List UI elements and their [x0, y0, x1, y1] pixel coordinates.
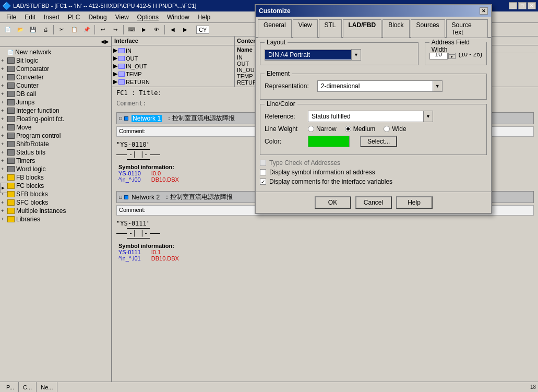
reference-select[interactable]: Status fulfilled ▼ [308, 111, 433, 122]
radio-medium[interactable]: Medium [345, 125, 376, 133]
interface-in-item[interactable]: ▶ IN [113, 46, 233, 54]
close-button[interactable]: ✕ [528, 2, 536, 9]
checkbox-display-symbol[interactable] [260, 169, 266, 175]
interface-temp-item[interactable]: ▶ TEMP [113, 70, 233, 78]
tree-item-timers[interactable]: + Timers [1, 157, 110, 165]
monitor-btn[interactable]: 👁 [151, 25, 162, 35]
tree-item-move[interactable]: + Move [1, 123, 110, 132]
radio-narrow-label: Narrow [316, 125, 337, 133]
tree-item-program-control[interactable]: + Program control [1, 132, 110, 140]
tab-source-text[interactable]: Source Text [446, 19, 488, 38]
checkbox-display-comments[interactable]: ✓ [260, 179, 266, 185]
representation-select[interactable]: 2-dimensional ▼ [317, 80, 443, 92]
open-button[interactable]: 📂 [15, 25, 26, 35]
new-button[interactable]: 📄 [2, 25, 14, 35]
element-section: Element Representation: 2-dimensional ▼ [260, 74, 487, 100]
checkbox-type-check[interactable] [260, 160, 266, 166]
cut-button[interactable]: ✂ [56, 25, 67, 35]
tab-block[interactable]: Block [382, 19, 409, 38]
left-edge-tab[interactable]: ► [0, 183, 7, 193]
nav-prev[interactable]: ◀ [167, 25, 178, 35]
tree-item-shift-rotate[interactable]: + Shift/Rotate [1, 140, 110, 148]
menu-debug[interactable]: Debug [84, 13, 111, 22]
menu-help[interactable]: Help [194, 13, 215, 22]
tab-stl[interactable]: STL [319, 19, 342, 38]
tree-item-status-bits[interactable]: + Status bits [1, 148, 110, 157]
undo-button[interactable]: ↩ [97, 25, 109, 35]
network-2-comment-text: Comment: [119, 207, 146, 213]
radio-narrow[interactable]: Narrow [308, 125, 337, 133]
tree-item-sfb-blocks[interactable]: + SFB blocks [1, 190, 110, 198]
tree-item-bit-logic[interactable]: + Bit logic [1, 56, 110, 65]
tree-item-integer[interactable]: + Integer function [1, 106, 110, 115]
tree-item-sfc-blocks[interactable]: + SFC blocks [1, 198, 110, 207]
menu-edit[interactable]: Edit [20, 13, 40, 22]
tree-item-libraries[interactable]: + Libraries [1, 215, 110, 223]
tree-item-jumps[interactable]: + Jumps [1, 98, 110, 106]
cancel-button[interactable]: Cancel [355, 196, 392, 209]
tree-item-fc-blocks[interactable]: + FC blocks [1, 182, 110, 190]
status-item-p[interactable]: P... [2, 382, 19, 392]
tree-item-comparator[interactable]: + Comparator [1, 65, 110, 73]
layout-dropdown-arrow[interactable]: ▼ [351, 50, 361, 60]
ok-button[interactable]: OK [315, 196, 351, 209]
tree-item-db-call[interactable]: + DB call [1, 90, 110, 98]
paste-button[interactable]: 📌 [81, 25, 92, 35]
tree-label: SFB blocks [16, 191, 48, 198]
sym-addr-4: DB10.DBX [151, 255, 179, 262]
redo-button[interactable]: ↪ [110, 25, 121, 35]
tree-label: Word logic [16, 165, 45, 173]
help-button[interactable]: Help [396, 196, 433, 209]
sym-addr-1: I0.0 [151, 170, 161, 176]
layout-select[interactable]: DIN A4 Portrait ▼ [265, 49, 361, 61]
menu-options[interactable]: Options [133, 13, 163, 22]
print-button[interactable]: 🖨 [40, 25, 51, 35]
tree-item-converter[interactable]: + Converter [1, 73, 110, 81]
tree-item-fb-blocks[interactable]: + FB blocks [1, 173, 110, 182]
select-color-button[interactable]: Select... [360, 136, 397, 147]
expand-icon: + [1, 66, 7, 72]
menu-file[interactable]: File [2, 13, 20, 22]
network-2-collapse[interactable]: □ [119, 194, 122, 200]
representation-dropdown-arrow[interactable]: ▼ [433, 81, 442, 91]
status-item-c[interactable]: C... [19, 382, 37, 392]
maximize-button[interactable]: □ [518, 2, 527, 9]
spinner-down[interactable]: ▼ [448, 54, 456, 59]
network-2-title: ：控制室直流电源故障报 [164, 193, 233, 201]
checkbox-row-2: Display symbol information at address [260, 169, 487, 176]
tree-item-counter[interactable]: + Counter [1, 81, 110, 90]
panel-collapse[interactable]: ◀▶ [101, 39, 109, 44]
expand-icon: + [1, 100, 7, 105]
copy-button[interactable]: 📋 [68, 25, 80, 35]
nav-next[interactable]: ▶ [180, 25, 191, 35]
status-item-ne[interactable]: Ne... [37, 382, 57, 392]
interface-return-item[interactable]: ▶ RETURN [113, 78, 233, 86]
tab-view[interactable]: View [293, 19, 318, 38]
save-button[interactable]: 💾 [27, 25, 39, 35]
network-1-collapse[interactable]: □ [119, 115, 122, 121]
insert-btn[interactable]: ⌨ [126, 25, 137, 35]
tab-lad-fbd[interactable]: LAD/FBD [343, 19, 382, 38]
tree-item-word-logic[interactable]: + Word logic [1, 165, 110, 173]
tree-item-float[interactable]: + Floating-point fct. [1, 115, 110, 123]
dialog-close-button[interactable]: ✕ [480, 7, 488, 15]
menu-view[interactable]: View [111, 13, 133, 22]
tab-general[interactable]: General [258, 19, 292, 38]
interface-temp: TEMP [126, 71, 142, 77]
interface-out-item[interactable]: ▶ OUT [113, 54, 233, 62]
tree-item-multiple-instances[interactable]: + Multiple instances [1, 207, 110, 215]
compile-btn[interactable]: ▶ [138, 25, 150, 35]
radio-wide[interactable]: Wide [384, 125, 406, 133]
tree-item-new-network[interactable]: 📄 New network [1, 48, 110, 56]
interface-inout-item[interactable]: ▶ IN_OUT [113, 62, 233, 70]
minimize-button[interactable]: _ [509, 2, 517, 9]
tab-sources[interactable]: Sources [411, 19, 445, 38]
menu-plc[interactable]: PLC [64, 13, 84, 22]
expand-icon: + [1, 167, 7, 172]
expand-icon: + [1, 83, 7, 88]
menu-window[interactable]: Window [163, 13, 194, 22]
expand-icon [1, 50, 7, 55]
menu-insert[interactable]: Insert [40, 13, 64, 22]
line-color-label: Line/Color [265, 100, 297, 108]
reference-dropdown-arrow[interactable]: ▼ [423, 111, 433, 122]
